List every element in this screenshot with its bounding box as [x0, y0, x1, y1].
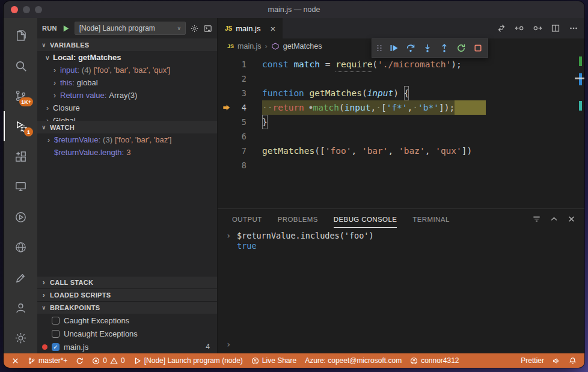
- activity-run-circle-icon[interactable]: [4, 202, 37, 232]
- notifications-item[interactable]: [565, 353, 581, 368]
- github-account-item[interactable]: connor4312: [406, 353, 463, 368]
- breakpoint-checkbox[interactable]: [52, 317, 60, 325]
- panel-tab-output[interactable]: OUTPUT: [232, 210, 262, 228]
- code-lines: 1const match = require('./micromatch');2…: [218, 57, 584, 172]
- git-sync-button[interactable]: [72, 353, 88, 368]
- close-tab-icon[interactable]: ×: [270, 23, 275, 34]
- feedback-item[interactable]: [548, 353, 565, 368]
- line-number[interactable]: 7: [218, 144, 262, 158]
- chevron-down-icon: ∨: [44, 53, 51, 62]
- more-actions-icon[interactable]: [569, 23, 578, 33]
- watch-expression-row[interactable]: ›$returnValue.length:3: [37, 146, 217, 159]
- scrollbar-slider[interactable]: [575, 78, 584, 79]
- breakpoint-label: Uncaught Exceptions: [64, 329, 138, 338]
- line-number[interactable]: 4: [218, 100, 262, 115]
- debug-console-icon[interactable]: [203, 24, 212, 33]
- breadcrumb-file[interactable]: main.js: [237, 42, 262, 50]
- line-number[interactable]: 3: [218, 86, 262, 100]
- filter-icon[interactable]: [532, 215, 541, 224]
- traffic-lights[interactable]: [11, 6, 42, 13]
- loaded-scripts-section-header[interactable]: › LOADED SCRIPTS: [37, 288, 217, 301]
- activity-source-control-icon[interactable]: 1K+: [4, 81, 37, 111]
- formatter-item[interactable]: Prettier: [516, 353, 548, 368]
- activity-explorer-icon[interactable]: [4, 20, 37, 50]
- variable-row[interactable]: ›input:(4)['foo', 'bar', 'baz', 'qux']: [37, 64, 217, 76]
- line-number[interactable]: 2: [218, 72, 262, 86]
- minimize-window-button[interactable]: [23, 6, 30, 13]
- code-line[interactable]: 8: [218, 158, 584, 172]
- code-line[interactable]: 2: [218, 72, 584, 86]
- breakpoint-checkbox[interactable]: [52, 330, 60, 338]
- panel-tab-problems[interactable]: PROBLEMS: [278, 210, 318, 228]
- scope-row-global[interactable]: › Global: [37, 114, 217, 121]
- breakpoint-row[interactable]: Caught Exceptions: [37, 314, 217, 327]
- activity-globe-icon[interactable]: [4, 233, 37, 263]
- breakpoint-row[interactable]: ✓main.js4: [37, 340, 217, 353]
- close-window-button[interactable]: [11, 6, 18, 13]
- breakpoint-row[interactable]: Uncaught Exceptions: [37, 327, 217, 340]
- watch-expression-row[interactable]: ›$returnValue:(3)['foo', 'bar', 'baz']: [37, 133, 217, 146]
- start-debugging-button[interactable]: [61, 24, 70, 33]
- code-editor[interactable]: 1const match = require('./micromatch');2…: [218, 54, 584, 209]
- variable-name: $returnValue.length:: [54, 148, 124, 157]
- stop-icon[interactable]: [470, 40, 486, 56]
- tab-main-js[interactable]: JS main.js ×: [218, 18, 283, 38]
- breadcrumb-symbol[interactable]: getMatches: [283, 42, 322, 50]
- call-stack-section-header[interactable]: › CALL STACK: [37, 276, 217, 288]
- activity-remote-explorer-icon[interactable]: [4, 172, 37, 202]
- scope-row-local[interactable]: ∨ Local: getMatches: [37, 51, 217, 64]
- line-number[interactable]: 5: [218, 115, 262, 129]
- panel-tab-debug-console[interactable]: DEBUG CONSOLE: [334, 210, 397, 228]
- azure-account-item[interactable]: Azure: copeet@microsoft.com: [301, 353, 406, 368]
- variables-section-header[interactable]: ∨ VARIABLES: [37, 38, 217, 51]
- watch-section-header[interactable]: ∨ WATCH: [37, 121, 217, 133]
- git-branch-item[interactable]: master*+: [23, 353, 72, 368]
- line-number[interactable]: 8: [218, 158, 262, 172]
- next-change-icon[interactable]: [533, 23, 542, 33]
- line-number[interactable]: 1: [218, 57, 262, 72]
- variable-name: this:: [60, 78, 75, 87]
- remote-indicator[interactable]: [7, 353, 23, 368]
- launch-config-dropdown[interactable]: [Node] Launch program ∨: [75, 22, 186, 35]
- variable-value: ['foo', 'bar', 'baz']: [115, 135, 171, 144]
- code-line[interactable]: 4··return ●match(input,·['f*',·'b*']);: [218, 100, 584, 115]
- step-into-icon[interactable]: [419, 40, 435, 56]
- debug-console-view[interactable]: › $returnValue.includes('foo') true ›: [218, 228, 584, 353]
- variable-row[interactable]: ›this:global: [37, 76, 217, 89]
- live-share-item[interactable]: Live Share: [247, 353, 301, 368]
- open-changes-icon[interactable]: [497, 23, 506, 33]
- split-editor-icon[interactable]: [551, 23, 560, 33]
- continue-icon[interactable]: [385, 40, 402, 56]
- scope-row-closure[interactable]: › Closure: [37, 102, 217, 114]
- variable-name: $returnValue:: [54, 135, 100, 144]
- problems-summary[interactable]: 0 0: [88, 353, 129, 368]
- variable-row[interactable]: ›Return value:Array(3): [37, 89, 217, 102]
- activity-extensions-icon[interactable]: [4, 141, 37, 171]
- breakpoints-section-header[interactable]: ∨ BREAKPOINTS: [37, 301, 217, 314]
- configure-gear-icon[interactable]: [190, 24, 199, 33]
- code-line[interactable]: 6: [218, 129, 584, 144]
- debug-target-item[interactable]: [Node] Launch program (node): [129, 353, 247, 368]
- console-input-prompt-icon[interactable]: ›: [226, 340, 231, 350]
- code-line[interactable]: 5}: [218, 115, 584, 129]
- close-panel-icon[interactable]: [567, 215, 576, 224]
- code-line[interactable]: 1const match = require('./micromatch');: [218, 57, 584, 72]
- line-number[interactable]: 6: [218, 129, 262, 144]
- titlebar[interactable]: main.js — node: [4, 1, 584, 18]
- activity-account-icon[interactable]: [4, 293, 37, 323]
- code-line[interactable]: 7getMatches(['foo', 'bar', 'baz', 'qux']…: [218, 144, 584, 158]
- activity-debug-icon[interactable]: 1: [4, 111, 37, 141]
- activity-search-icon[interactable]: [4, 50, 37, 81]
- zoom-window-button[interactable]: [35, 6, 42, 13]
- panel-tab-terminal[interactable]: TERMINAL: [412, 210, 449, 228]
- step-out-icon[interactable]: [436, 40, 452, 56]
- previous-change-icon[interactable]: [515, 23, 524, 33]
- step-over-icon[interactable]: [402, 40, 418, 56]
- drag-handle-icon[interactable]: [374, 40, 385, 56]
- breakpoint-checkbox[interactable]: ✓: [52, 343, 60, 351]
- collapse-icon[interactable]: [550, 215, 559, 224]
- activity-edit-session-icon[interactable]: [4, 263, 37, 293]
- restart-icon[interactable]: [453, 40, 469, 56]
- activity-settings-gear-icon[interactable]: [4, 323, 37, 353]
- code-line[interactable]: 3function getMatches(input) {: [218, 86, 584, 100]
